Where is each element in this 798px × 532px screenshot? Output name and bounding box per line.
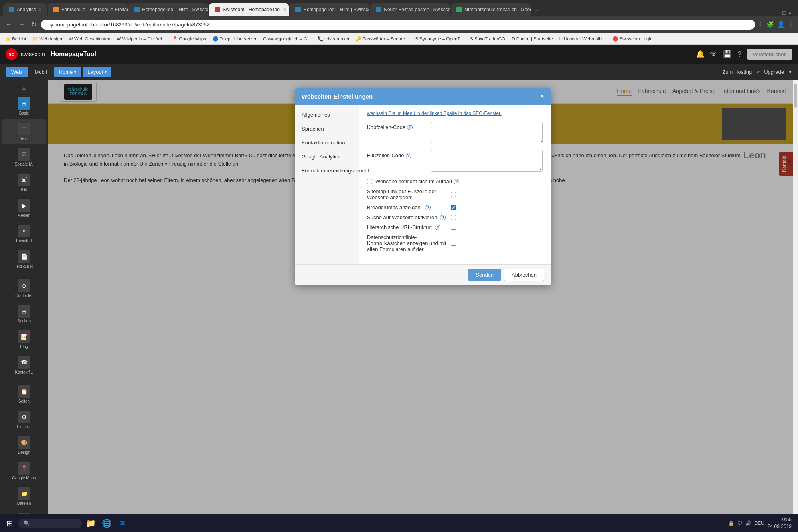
bookmark-saxo[interactable]: S SaxoTraderGO bbox=[468, 36, 507, 42]
bookmark-passwoerter[interactable]: 🔑 Passwörter – Secure... bbox=[354, 35, 411, 42]
bookmark-web-geschichten[interactable]: W Web Geschichten bbox=[67, 36, 113, 42]
toolbar-home-btn[interactable]: Home ▾ bbox=[54, 67, 81, 77]
dialog-nav-formular[interactable]: Formularübermittlungsbericht bbox=[295, 164, 359, 178]
layout-label: Layout bbox=[87, 69, 103, 75]
help-icon[interactable]: ? bbox=[737, 50, 741, 59]
taskbar-chrome-icon[interactable]: 🌐 bbox=[99, 516, 114, 530]
upgrade-link[interactable]: Upgrade bbox=[764, 69, 784, 75]
refresh-button[interactable]: ↻ bbox=[30, 19, 38, 30]
hierarchische-help-icon[interactable]: ? bbox=[435, 225, 440, 230]
tab-fahrschule[interactable]: Fahrschule - Fahrschule-Freitag × bbox=[48, 3, 128, 16]
hierarchische-checkbox[interactable] bbox=[451, 225, 456, 230]
close-btn[interactable]: × bbox=[788, 10, 792, 16]
publish-button[interactable]: Veröffentlichen bbox=[747, 49, 792, 60]
suche-label-text: Suche auf Webseite aktivieren ? bbox=[367, 214, 451, 220]
dialog-content: wechseln Sie im Menü in der linken Spalt… bbox=[359, 105, 551, 264]
new-tab-button[interactable]: + bbox=[531, 5, 543, 16]
back-button[interactable]: ← bbox=[4, 19, 14, 30]
tab-neuer-beitrag[interactable]: Neuer Beitrag posten | Swissco... × bbox=[370, 3, 450, 16]
dialog-info-link[interactable]: wechseln Sie im Menü in der linken Spalt… bbox=[367, 111, 502, 116]
webseite-aufbau-checkbox[interactable] bbox=[367, 179, 372, 184]
sidebar-item-text-bild[interactable]: 📄 Text & Bild bbox=[2, 247, 46, 272]
tab-homepagetool-help[interactable]: HomepageTool - Hilfe | Swissco... × bbox=[128, 3, 208, 16]
bookmark-webdesign[interactable]: 📁 Webdesign bbox=[30, 35, 64, 42]
bookmark-hoststar[interactable]: H Hoststar Webmail i... bbox=[557, 36, 608, 42]
main-body: ▲ ⊞ Basic T Text ♡ Soziale M. 🖼 Bild ▶ M… bbox=[0, 80, 798, 532]
dialog-nav-google-analytics[interactable]: Google Analytics bbox=[295, 150, 359, 164]
taskbar-file-explorer-icon[interactable]: 📁 bbox=[83, 516, 98, 530]
sidebar-item-blog[interactable]: 📝 Blog bbox=[2, 327, 46, 352]
bookmark-google-maps[interactable]: 📍 Google Maps bbox=[170, 35, 208, 42]
forward-button[interactable]: → bbox=[17, 19, 26, 30]
fusszeilen-code-row: Fußzeilen-Code ? bbox=[367, 150, 543, 173]
start-button[interactable]: ⊞ bbox=[3, 517, 16, 530]
dialog-nav-allgemeines[interactable]: Allgemeines bbox=[295, 108, 359, 122]
extensions-icon[interactable]: 🧩 bbox=[766, 21, 774, 28]
datenschutz-checkbox[interactable] bbox=[451, 241, 456, 246]
bookmark-star-icon[interactable]: ☆ bbox=[758, 21, 763, 28]
save-icon[interactable]: 💾 bbox=[723, 50, 732, 59]
send-button[interactable]: Senden bbox=[468, 269, 501, 281]
sidebar-item-social[interactable]: ♡ Soziale M. bbox=[2, 145, 46, 170]
sidebar-item-kontakt[interactable]: ☎ Kontaktf... bbox=[2, 353, 46, 378]
tab-close[interactable]: × bbox=[283, 6, 286, 13]
suche-checkbox[interactable] bbox=[451, 215, 456, 220]
sidebar-item-basic[interactable]: ⊞ Basic bbox=[2, 94, 46, 119]
kopfzeilen-code-textarea[interactable] bbox=[431, 122, 543, 143]
bookmark-synonyme[interactable]: S Synonyme – OpenT... bbox=[413, 36, 465, 42]
erweitert-label: Erweitert bbox=[16, 239, 32, 243]
bookmark-google[interactable]: G www.google.ch – G... bbox=[261, 36, 313, 42]
sidebar-item-medien[interactable]: ▶ Medien bbox=[2, 196, 46, 221]
datenschutz-label-text: Datenschutzrichtlinie-Kontrollkästchen a… bbox=[367, 234, 451, 252]
sidebar-item-google-maps[interactable]: 📍 Google Maps bbox=[2, 459, 46, 483]
sidebar-item-spalten[interactable]: ⊟ Spalten bbox=[2, 302, 46, 326]
toolbar-web-btn[interactable]: Web bbox=[6, 67, 28, 77]
cancel-button[interactable]: Abbrechen bbox=[504, 269, 544, 281]
toolbar-mobil-btn[interactable]: Mobil bbox=[29, 67, 53, 77]
fusszeilen-help-icon[interactable]: ? bbox=[406, 153, 411, 158]
breadcrumbs-help-icon[interactable]: ? bbox=[425, 205, 431, 210]
kopfzeilen-help-icon[interactable]: ? bbox=[407, 125, 413, 130]
tab-swisscom-active[interactable]: Swisscom - HomepageTool × bbox=[209, 3, 289, 16]
fusszeilen-code-textarea[interactable] bbox=[431, 150, 543, 172]
sidebar-item-einste[interactable]: ⚙ Einste... bbox=[2, 407, 46, 432]
sidebar-scroll-up[interactable]: ▲ bbox=[0, 83, 48, 93]
sitemap-checkbox[interactable] bbox=[451, 192, 456, 197]
maximize-btn[interactable]: □ bbox=[782, 10, 786, 16]
bookmark-swisscom-login[interactable]: 🔴 Swisscom Login bbox=[610, 35, 654, 42]
url-field[interactable] bbox=[41, 20, 755, 30]
dialog-nav-sprachen[interactable]: Sprachen bbox=[295, 122, 359, 136]
sidebar-item-erweitert[interactable]: ✦ Erweitert bbox=[2, 222, 46, 246]
tab-close[interactable]: × bbox=[38, 6, 41, 13]
tab-analytics[interactable]: Analytics × bbox=[3, 3, 47, 16]
sidebar-item-text[interactable]: T Text bbox=[2, 119, 46, 144]
minimize-btn[interactable]: ─ bbox=[776, 10, 780, 16]
suche-help-icon[interactable]: ? bbox=[440, 215, 446, 220]
taskbar-outlook-icon[interactable]: ✉ bbox=[115, 516, 130, 530]
tab-label: site:fahrschule-freitag.ch - Goog... bbox=[464, 7, 531, 12]
sidebar-item-dateien[interactable]: 📁 Dateien bbox=[2, 484, 46, 509]
bookmark-wikipedia[interactable]: W Wikipedia – Die frei... bbox=[115, 36, 168, 42]
dialog-nav-kontaktinfo[interactable]: Kontaktinformation bbox=[295, 136, 359, 150]
hosting-link[interactable]: Zum Hosting bbox=[722, 69, 752, 75]
app-header: sc swisscom HomepageTool 🔔 👁 💾 ? Veröffe… bbox=[0, 45, 798, 64]
breadcrumbs-checkbox[interactable] bbox=[451, 205, 456, 210]
sidebar-item-design[interactable]: 🎨 Design bbox=[2, 433, 46, 458]
bookmark-beliebt[interactable]: ⭐ Beliebt bbox=[3, 35, 28, 42]
sidebar-item-controller[interactable]: ⊙ Controller bbox=[2, 276, 46, 301]
toolbar-layout-btn[interactable]: Layout ▾ bbox=[83, 67, 111, 77]
preview-icon[interactable]: 👁 bbox=[710, 50, 717, 59]
sidebar-item-bild[interactable]: 🖼 Bild bbox=[2, 170, 46, 195]
bookmark-deepl[interactable]: 🔵 DeepL Übersetzer bbox=[211, 35, 259, 42]
aufbau-help-icon[interactable]: ? bbox=[454, 179, 459, 184]
tab-google[interactable]: site:fahrschule-freitag.ch - Goog... × bbox=[451, 3, 531, 16]
sidebar-item-seiten[interactable]: 📋 Seiten bbox=[2, 382, 46, 407]
menu-icon[interactable]: ⋮ bbox=[788, 21, 794, 28]
tab-homepagetool-help2[interactable]: HomepageTool - Hilfe | Swissco... × bbox=[290, 3, 369, 16]
profile-icon[interactable]: 👤 bbox=[777, 21, 785, 28]
dialog-close-button[interactable]: × bbox=[540, 93, 544, 100]
taskbar-search-input[interactable] bbox=[18, 519, 82, 528]
bookmark-telsearch[interactable]: 📞 telsearch.ch bbox=[316, 35, 351, 42]
bookmark-duden[interactable]: D Duden | Startseite bbox=[510, 36, 555, 42]
notification-icon[interactable]: 🔔 bbox=[696, 50, 705, 59]
